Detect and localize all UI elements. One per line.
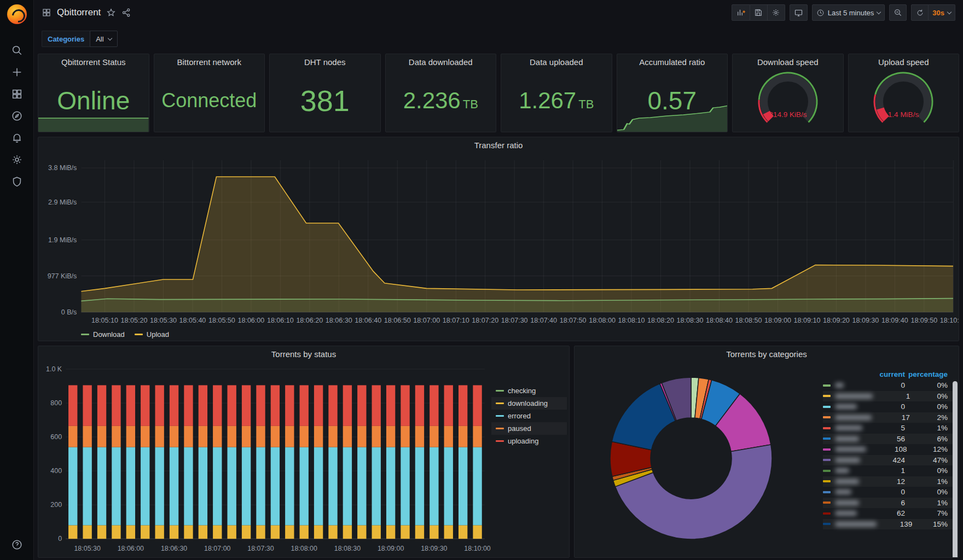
add-panel-button[interactable] xyxy=(732,4,750,21)
bar-segment-paused xyxy=(141,426,149,447)
panel-title[interactable]: Data uploaded xyxy=(501,54,612,69)
time-range-picker[interactable]: Last 5 minutes xyxy=(812,4,885,21)
bar-segment-errored xyxy=(184,447,193,526)
bar-segment-downloading xyxy=(155,525,164,539)
category-label-redacted xyxy=(835,489,851,494)
svg-text:18:09:00: 18:09:00 xyxy=(378,545,404,552)
time-range-label: Last 5 minutes xyxy=(828,9,874,17)
bar-segment-uploading xyxy=(343,385,352,425)
grafana-logo[interactable] xyxy=(7,4,27,24)
table-scrollbar[interactable] xyxy=(953,381,958,558)
variable-value-dropdown[interactable]: All xyxy=(90,31,117,47)
refresh-button[interactable] xyxy=(911,4,929,21)
svg-text:18:07:30: 18:07:30 xyxy=(501,317,528,324)
bar-segment-errored xyxy=(401,447,409,526)
svg-text:0 B/s: 0 B/s xyxy=(61,308,77,316)
category-label-redacted xyxy=(835,500,859,505)
bar-segment-uploading xyxy=(112,385,120,425)
dashboard-settings-button[interactable] xyxy=(768,4,785,21)
bar-segment-downloading xyxy=(199,525,207,539)
download-speed-gauge: 314.9 KiB/s xyxy=(747,71,829,130)
bar-segment-uploading xyxy=(170,385,178,425)
bar-segment-uploading xyxy=(401,385,409,425)
legend-item-uploading[interactable]: uploading xyxy=(491,435,567,447)
legend-item-download[interactable]: Download xyxy=(81,330,125,339)
search-icon[interactable] xyxy=(6,39,28,61)
create-icon[interactable] xyxy=(6,61,28,83)
panel-title[interactable]: Data downloaded xyxy=(386,54,496,69)
bar-segment-downloading xyxy=(314,525,323,539)
legend-item-checking[interactable]: checking xyxy=(491,384,567,397)
bar-segment-paused xyxy=(184,426,193,447)
panel-title[interactable]: DHT nodes xyxy=(270,54,380,69)
svg-text:18:08:30: 18:08:30 xyxy=(334,545,361,552)
bar-segment-paused xyxy=(372,426,381,447)
category-current-value: 0 xyxy=(862,488,905,496)
svg-text:18:10:00: 18:10:00 xyxy=(940,317,959,324)
panel-torrents-by-status: Torrents by status 02004006008001.0 K18:… xyxy=(38,346,570,558)
svg-text:18:05:20: 18:05:20 xyxy=(121,317,148,324)
category-label-redacted xyxy=(835,479,859,484)
cycle-view-mode-button[interactable] xyxy=(790,4,808,21)
server-admin-icon[interactable] xyxy=(6,171,28,192)
apps-icon[interactable] xyxy=(42,8,51,18)
category-current-value: 108 xyxy=(866,445,907,453)
panel-title[interactable]: Upload speed xyxy=(849,54,959,69)
zoom-out-button[interactable] xyxy=(889,4,907,21)
legend-label: downloading xyxy=(508,399,548,407)
panel-title[interactable]: Transfer ratio xyxy=(38,137,959,153)
panel-title[interactable]: Qbittorrent Status xyxy=(38,54,149,69)
dashboards-icon[interactable] xyxy=(6,83,28,105)
legend-label: checking xyxy=(508,387,536,395)
legend-item-upload[interactable]: Upload xyxy=(135,330,169,339)
share-icon[interactable] xyxy=(121,8,131,18)
panel-title[interactable]: Torrents by categories xyxy=(575,346,959,361)
bar-segment-downloading xyxy=(415,525,424,539)
configuration-icon[interactable] xyxy=(6,149,28,171)
transfer-ratio-chart: 18:05:1018:05:2018:05:3018:05:4018:05:50… xyxy=(38,153,959,329)
panel-title[interactable]: Download speed xyxy=(733,54,843,69)
bar-segment-errored xyxy=(430,447,438,526)
breadcrumb: Qbittorrent xyxy=(42,7,131,18)
panel-title[interactable]: Bittorrent network xyxy=(154,54,265,69)
panel-title[interactable]: Torrents by status xyxy=(38,346,569,361)
bar-segment-uploading xyxy=(328,385,337,425)
alerting-icon[interactable] xyxy=(6,127,28,149)
svg-text:18:07:00: 18:07:00 xyxy=(413,317,440,324)
table-row: 566% xyxy=(823,434,955,445)
bar-segment-downloading xyxy=(126,525,135,539)
bar-segment-uploading xyxy=(459,385,467,425)
save-dashboard-button[interactable] xyxy=(750,4,768,21)
bar-segment-errored xyxy=(213,447,222,526)
bar-segment-uploading xyxy=(357,385,366,425)
star-icon[interactable] xyxy=(106,8,116,18)
bar-segment-paused xyxy=(473,426,481,447)
bar-segment-downloading xyxy=(68,525,77,539)
bar-segment-paused xyxy=(271,426,280,447)
bar-segment-paused xyxy=(97,426,106,447)
help-icon[interactable] xyxy=(6,534,28,556)
bar-segment-errored xyxy=(141,447,149,526)
category-swatch xyxy=(823,406,831,408)
legend-item-downloading[interactable]: downloading xyxy=(491,397,567,410)
bar-segment-paused xyxy=(343,426,352,447)
category-swatch xyxy=(823,448,831,451)
bar-segment-uploading xyxy=(199,385,207,425)
bar-segment-errored xyxy=(473,447,481,526)
bar-segment-downloading xyxy=(184,525,193,539)
bar-segment-uploading xyxy=(126,385,135,425)
svg-text:18:07:20: 18:07:20 xyxy=(472,317,498,324)
panel-title[interactable]: Accumulated ratio xyxy=(617,54,728,69)
legend-swatch xyxy=(496,428,504,429)
category-label-redacted xyxy=(835,394,873,399)
legend-item-paused[interactable]: paused xyxy=(491,422,567,435)
table-row: 10% xyxy=(823,465,955,476)
dashboard-header: Qbittorrent Last 5 minutes xyxy=(34,0,963,25)
legend-swatch xyxy=(496,390,504,392)
page-title[interactable]: Qbittorrent xyxy=(57,7,101,18)
bar-segment-errored xyxy=(227,447,236,526)
legend-item-errored[interactable]: errored xyxy=(491,410,567,422)
category-current-value: 56 xyxy=(862,435,905,443)
refresh-interval-picker[interactable]: 30s xyxy=(929,4,955,21)
explore-icon[interactable] xyxy=(6,105,28,127)
